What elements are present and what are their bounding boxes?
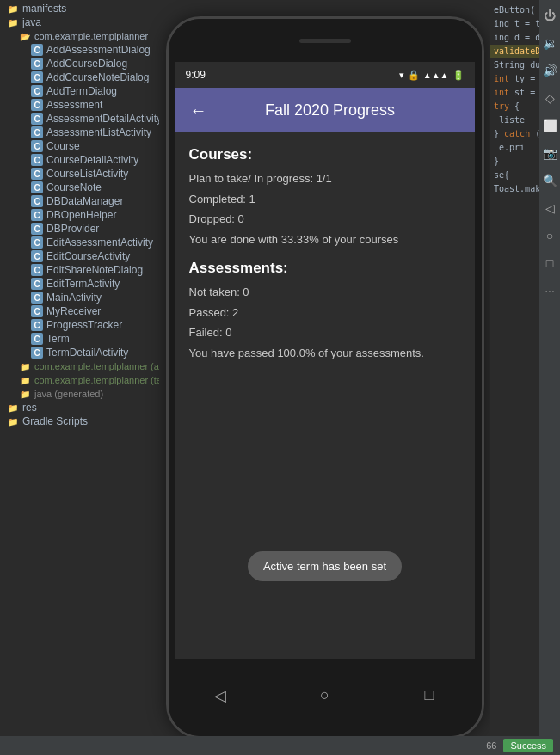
class-icon: C [31, 264, 43, 276]
sidebar-label: AssessmentDetailActivity [46, 113, 159, 125]
code-line-3: validateDa [490, 45, 539, 58]
nav-recent-button[interactable]: □ [412, 678, 446, 713]
sidebar-item-class-12[interactable]: C DBOpenHelper [0, 208, 159, 222]
courses-title: Courses: [189, 146, 461, 163]
sidebar-item-package[interactable]: 📂 com.example.templplanner [0, 29, 159, 43]
sidebar-item-class-8[interactable]: C CourseDetailActivity [0, 153, 159, 167]
sidebar-label: Course [46, 140, 80, 152]
code-panel: eButton( te ing t = ti ing d = de valida… [490, 0, 560, 755]
sidebar-label: Term [46, 333, 70, 345]
sidebar-label: com.example.templplanner [34, 31, 148, 41]
assessments-line-0: Not taken: 0 [189, 284, 461, 301]
sidebar-item-res[interactable]: 📁 res [0, 401, 159, 414]
code-line-12: se{ [490, 169, 539, 182]
sidebar-item-package-te[interactable]: 📁 com.example.templplanner (te... [0, 373, 159, 387]
ide-toolbar: ⏻ 🔉 🔊 ◇ ⬜ 📷 🔍 ◁ ○ □ ··· [539, 0, 560, 755]
power-icon[interactable]: ⏻ [541, 7, 558, 24]
wifi-icon: ▾ [399, 70, 404, 81]
sidebar-item-class-2[interactable]: C AddCourseNoteDialog [0, 71, 159, 84]
volume-down-icon[interactable]: 🔉 [541, 34, 558, 52]
zoom-in-icon[interactable]: 🔍 [541, 172, 558, 189]
sidebar-item-class-1[interactable]: C AddCourseDialog [0, 57, 159, 71]
sidebar-item-class-18[interactable]: C MainActivity [0, 291, 159, 304]
sidebar-label: EditAssessmentActivity [46, 236, 153, 249]
sidebar-item-gradle[interactable]: 📁 Gradle Scripts [0, 414, 159, 428]
sidebar-item-class-13[interactable]: C DBProvider [0, 222, 159, 236]
class-icon: C [31, 278, 43, 290]
sidebar-item-class-17[interactable]: C EditTermActivity [0, 277, 159, 291]
nav-home-button[interactable]: ○ [307, 678, 342, 713]
code-line-6: int st = [490, 86, 539, 100]
phone-top [169, 19, 482, 62]
sidebar-label: Assessment [46, 99, 102, 111]
sidebar-label: com.example.templplanner (te... [34, 375, 159, 385]
class-icon: C [31, 250, 43, 262]
sidebar-item-class-3[interactable]: C AddTermDialog [0, 84, 159, 98]
class-icon: C [31, 44, 43, 56]
sidebar-item-class-15[interactable]: C EditCourseActivity [0, 249, 159, 263]
sidebar-item-java[interactable]: 📁 java [0, 15, 159, 29]
back-button[interactable]: ← [186, 101, 212, 120]
volume-up-icon[interactable]: 🔊 [541, 62, 558, 79]
sidebar-item-class-14[interactable]: C EditAssessmentActivity [0, 236, 159, 249]
sidebar-label: AddTermDialog [46, 85, 117, 97]
circle-nav-icon[interactable]: ○ [541, 227, 558, 244]
sidebar-item-class-11[interactable]: C DBDataManager [0, 194, 159, 208]
sidebar-item-class-20[interactable]: C ProgressTracker [0, 318, 159, 332]
class-icon: C [31, 223, 43, 235]
code-line-8: liste [490, 114, 539, 127]
sidebar-item-class-6[interactable]: C AssessmentListActivity [0, 126, 159, 139]
back-nav-icon[interactable]: ◁ [541, 199, 558, 217]
sidebar-label: AddAssessmentDialog [46, 44, 151, 56]
sidebar-label: AssessmentListActivity [46, 126, 151, 138]
folder-icon: 📁 [19, 374, 31, 386]
class-icon: C [31, 305, 43, 317]
diamond-icon[interactable]: ◇ [541, 89, 558, 107]
sidebar-item-class-7[interactable]: C Course [0, 139, 159, 153]
sidebar-item-manifests[interactable]: 📁 manifests [0, 2, 159, 15]
sidebar-label: DBDataManager [46, 195, 123, 207]
code-line-4: String du [490, 58, 539, 72]
sidebar-label: DBProvider [46, 223, 99, 235]
class-icon: C [31, 181, 43, 193]
phone-wrapper: 9:09 ▾ 🔒 ▲▲▲ 🔋 ← Fall 2020 Progress Cour… [159, 0, 490, 755]
folder-icon: 📁 [7, 16, 19, 28]
sidebar-item-class-16[interactable]: C EditShareNoteDialog [0, 263, 159, 277]
folder-icon: 📁 [19, 388, 31, 400]
sidebar-item-class-21[interactable]: C Term [0, 332, 159, 346]
sidebar-label: CourseNote [46, 181, 102, 193]
sidebar-label: AddCourseDialog [46, 58, 127, 70]
code-line-2: ing d = de [490, 31, 539, 45]
assessments-line-1: Passed: 2 [189, 304, 461, 322]
sidebar-label: ProgressTracker [46, 319, 122, 331]
sidebar-item-class-9[interactable]: C CourseListActivity [0, 167, 159, 181]
sidebar-item-class-0[interactable]: C AddAssessmentDialog [0, 43, 159, 57]
success-badge: Success [503, 739, 553, 752]
camera-icon[interactable]: 📷 [541, 144, 558, 162]
folder-icon: 📁 [7, 402, 19, 414]
app-bar-title: Fall 2020 Progress [222, 101, 439, 120]
sidebar-item-class-10[interactable]: C CourseNote [0, 181, 159, 194]
sidebar-label: TermDetailActivity [46, 347, 128, 359]
sidebar-label: com.example.templplanner (an... [34, 361, 159, 371]
app-bar: ← Fall 2020 Progress [175, 88, 475, 132]
phone-speaker [299, 39, 351, 43]
class-icon: C [31, 140, 43, 152]
sidebar-label: EditCourseActivity [46, 250, 130, 262]
eraser-icon[interactable]: ⬜ [541, 117, 558, 134]
sidebar-item-class-4[interactable]: C Assessment [0, 98, 159, 112]
sidebar-item-class-22[interactable]: C TermDetailActivity [0, 346, 159, 359]
square-nav-icon[interactable]: □ [541, 255, 558, 272]
status-icons: ▾ 🔒 ▲▲▲ 🔋 [399, 70, 465, 81]
sidebar-item-package-an[interactable]: 📁 com.example.templplanner (an... [0, 359, 159, 373]
sidebar-label: EditTermActivity [46, 278, 120, 290]
sidebar-item-java-generated[interactable]: 📁 java (generated) [0, 387, 159, 401]
courses-line-1: Completed: 1 [189, 191, 461, 208]
sidebar-item-class-19[interactable]: C MyReceiver [0, 304, 159, 318]
more-icon[interactable]: ··· [541, 282, 558, 299]
sidebar-item-class-5[interactable]: C AssessmentDetailActivity [0, 112, 159, 126]
toast-container: Active term has been set [175, 551, 475, 581]
nav-back-button[interactable]: ◁ [203, 678, 237, 713]
sidebar-label: DBOpenHelper [46, 209, 116, 221]
class-icon: C [31, 319, 43, 331]
